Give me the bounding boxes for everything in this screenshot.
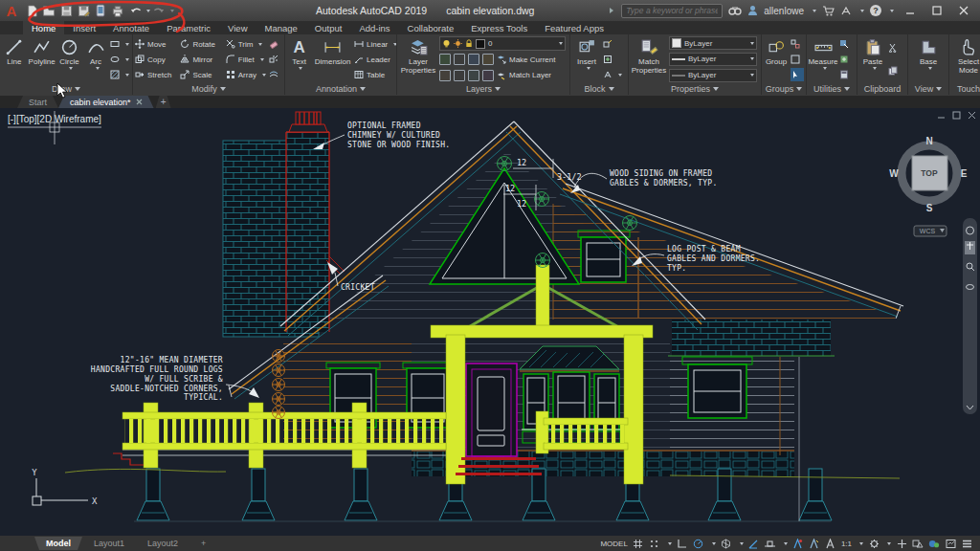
object-snap-toggle[interactable] [765,538,776,549]
tab-add-ins[interactable]: Add-ins [350,21,398,34]
tab-express-tools[interactable]: Express Tools [462,21,536,34]
help-icon[interactable]: ? [870,5,881,16]
maximize-button[interactable] [926,3,947,18]
line-button[interactable]: Line [2,36,27,82]
polyline-button[interactable]: Polyline [29,36,56,82]
model-tab[interactable]: Model [34,537,82,550]
new-drawing-tab-button[interactable]: + [156,96,171,108]
plot-icon[interactable] [109,3,126,18]
annotation-scale-value[interactable]: 1:1 [841,540,852,548]
isometric-caret-icon[interactable] [740,542,744,545]
trim-button[interactable]: Trim [226,37,268,51]
paste-button[interactable]: Paste [859,36,886,82]
layer-unisolate-button[interactable] [439,70,451,81]
signed-in-user[interactable]: allenlowe [764,6,804,16]
groups-panel-footer[interactable]: Groups [762,82,806,95]
group-edit-button[interactable] [791,53,804,66]
match-properties-button[interactable]: Match Properties [631,36,667,82]
clean-screen-icon[interactable] [945,538,956,549]
undo-icon[interactable] [126,3,144,18]
modify-panel-footer[interactable]: Modify [133,82,284,95]
layer-unlock-button[interactable] [468,70,479,81]
group-button[interactable]: Group [764,36,789,82]
save-icon[interactable] [57,3,75,18]
tab-parametric[interactable]: Parametric [158,21,219,34]
arc-split-caret-icon[interactable] [96,67,100,70]
group-selection-button[interactable] [791,68,804,81]
layer-walk-button[interactable] [482,70,494,81]
layer-dropdown[interactable]: 0 [439,36,566,51]
block-attribute-button[interactable] [603,68,622,81]
layer-off-button[interactable] [439,54,451,65]
snap-caret-icon[interactable] [668,542,672,545]
annotation-visibility-toggle[interactable] [792,538,804,549]
fillet-button[interactable]: Fillet [226,53,268,66]
redo-icon[interactable] [150,3,167,18]
close-button[interactable] [953,3,974,18]
search-expand-icon[interactable] [608,7,615,14]
ellipse-button[interactable] [110,53,130,66]
circle-button[interactable]: Circle [57,36,82,82]
stretch-button[interactable]: Stretch [135,68,179,81]
layer-isolate-button[interactable] [454,54,465,65]
utilities-panel-footer[interactable]: Utilities [807,82,857,95]
tab-insert[interactable]: Insert [64,21,104,34]
drawing-canvas[interactable]: [-][Top][2D Wireframe] [0,108,980,536]
lineweight-dropdown[interactable]: ByLayer [669,53,757,66]
graphics-performance-icon[interactable] [928,538,940,549]
tab-annotate[interactable]: Annotate [104,21,158,34]
open-folder-icon[interactable] [40,3,57,18]
units-isolate-icon[interactable] [912,538,924,549]
model-space-indicator[interactable]: MODEL [600,540,627,548]
id-point-button[interactable] [839,53,855,66]
viewport-minimize-icon[interactable] [937,111,946,120]
circle-split-caret-icon[interactable] [69,67,73,70]
annotation-panel-footer[interactable]: Annotation [285,82,396,95]
layer-lock-button[interactable] [482,54,494,65]
close-file-tab-icon[interactable] [136,99,143,105]
text-button[interactable]: A Text [287,36,311,82]
quick-select-button[interactable] [839,37,855,51]
layer-properties-button[interactable]: Layer Properties [399,36,437,82]
block-panel-footer[interactable]: Block [570,82,628,95]
help-caret-icon[interactable] [890,10,894,12]
autoscale-toggle[interactable] [809,538,820,549]
rotate-button[interactable]: Rotate [180,37,224,51]
open-from-mobile-icon[interactable] [92,3,109,18]
workspace-switching-gear-icon[interactable] [868,538,880,549]
grid-display-toggle[interactable] [633,538,644,549]
properties-panel-footer[interactable]: Properties [629,82,761,95]
insert-button[interactable]: Insert [572,36,601,82]
file-tab-start[interactable]: Start [17,96,58,108]
polar-caret-icon[interactable] [712,542,716,545]
tab-output[interactable]: Output [306,21,351,34]
leader-button[interactable]: Leader [354,53,394,66]
workspace-caret-icon[interactable] [887,542,891,545]
annotation-monitor-toggle[interactable] [896,538,907,549]
ungroup-button[interactable] [791,37,804,51]
hatch-button[interactable] [110,68,130,81]
app-store-cart-icon[interactable] [822,6,835,16]
isometric-drafting-toggle[interactable] [721,538,732,549]
minimize-button[interactable] [900,3,921,18]
viewport-controls-label[interactable]: [-][Top][2D Wireframe] [8,114,101,124]
tab-view[interactable]: View [219,21,256,34]
linear-dimension-button[interactable]: Linear [354,37,394,51]
tab-home[interactable]: Home [23,21,64,34]
redo-caret-icon[interactable] [170,10,174,12]
arc-button[interactable]: Arc [83,36,108,82]
save-as-icon[interactable] [75,3,92,18]
view-panel-footer[interactable]: View [908,82,948,95]
ortho-toggle[interactable] [677,538,688,549]
cut-button[interactable] [888,41,903,55]
make-current-button[interactable]: Make Current [497,53,555,66]
tab-featured-apps[interactable]: Featured Apps [536,21,612,34]
linetype-dropdown[interactable]: ByLayer [669,69,757,82]
dimension-button[interactable]: Dimension [313,36,352,82]
base-button[interactable]: Base [913,36,944,82]
customization-menu-icon[interactable] [961,538,972,549]
table-button[interactable]: Table [354,68,394,81]
search-binoculars-icon[interactable] [728,6,742,16]
layers-panel-footer[interactable]: Layers [397,82,569,95]
annotation-scale-icon[interactable] [825,538,836,549]
